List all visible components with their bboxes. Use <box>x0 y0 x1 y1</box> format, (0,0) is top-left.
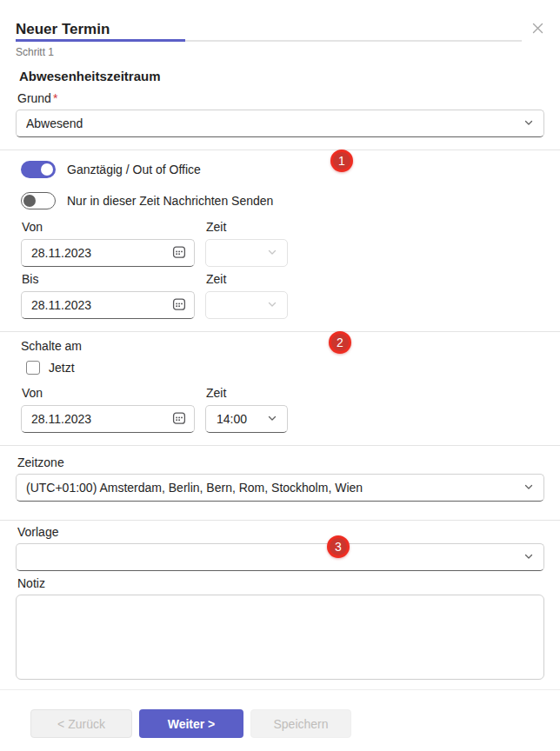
now-checkbox-row: Jetzt <box>26 360 544 376</box>
schedule-from-date-input[interactable] <box>31 412 144 426</box>
annotation-badge-3: 3 <box>327 535 350 558</box>
allday-toggle[interactable] <box>21 161 56 178</box>
chevron-down-icon <box>523 481 535 495</box>
chevron-down-icon <box>266 412 278 427</box>
now-checkbox-label: Jetzt <box>49 360 75 376</box>
from-time-label: Zeit <box>206 220 288 234</box>
toggle-knob <box>41 163 53 176</box>
reason-select[interactable]: Abwesend <box>16 110 544 137</box>
close-button[interactable] <box>529 21 546 38</box>
schedule-time-select[interactable]: 14:00 <box>205 405 288 433</box>
chevron-down-icon <box>523 116 535 131</box>
schedule-time-label: Zeit <box>206 386 288 400</box>
toggle-knob <box>23 195 36 207</box>
schedule-from-date-picker[interactable] <box>21 405 195 433</box>
new-appointment-dialog: Neuer Termin Schritt 1 Abwesenheitszeitr… <box>0 0 560 751</box>
chevron-down-icon <box>266 246 278 261</box>
calendar-icon[interactable] <box>171 410 187 429</box>
calendar-icon[interactable] <box>171 296 187 315</box>
absence-from-time-select <box>205 239 288 267</box>
absence-from-date-input[interactable] <box>31 246 144 260</box>
template-select[interactable] <box>16 543 544 571</box>
dialog-header: Neuer Termin Schritt 1 <box>0 0 560 58</box>
save-button[interactable]: Speichern <box>250 709 351 738</box>
to-label: Bis <box>22 272 195 286</box>
absence-to-date-input[interactable] <box>31 298 144 312</box>
page-title: Neuer Termin <box>16 21 544 38</box>
close-icon <box>530 21 545 38</box>
schedule-from-row: Von Zeit 14:00 <box>21 386 544 433</box>
chevron-down-icon <box>523 550 535 565</box>
back-button[interactable]: < Zurück <box>30 709 132 738</box>
absence-heading: Abwesenheitszeitraum <box>19 69 544 84</box>
divider <box>0 331 560 332</box>
timezone-label: Zeitzone <box>17 455 544 469</box>
absence-from-row: Von Zeit <box>21 220 544 267</box>
step-progress-fill <box>16 39 185 42</box>
from-label: Von <box>22 220 195 234</box>
note-label: Notiz <box>17 576 544 590</box>
absence-to-time-select <box>205 291 288 319</box>
calendar-icon[interactable] <box>171 244 187 263</box>
schedule-heading: Schalte am <box>21 339 544 353</box>
schedule-from-label: Von <box>22 386 195 400</box>
to-time-label: Zeit <box>206 272 288 286</box>
allday-toggle-row: Ganztägig / Out of Office <box>21 161 544 178</box>
allday-toggle-label: Ganztägig / Out of Office <box>67 161 201 178</box>
template-label: Vorlage <box>17 525 544 539</box>
dialog-content: Abwesenheitszeitraum Grund* Abwesend Gan… <box>0 69 560 682</box>
annotation-badge-1: 1 <box>330 150 353 172</box>
messages-toggle[interactable] <box>21 192 56 209</box>
absence-to-date-picker[interactable] <box>21 291 195 319</box>
note-textarea[interactable] <box>16 595 544 680</box>
divider <box>0 520 560 521</box>
reason-value: Abwesend <box>26 116 83 130</box>
step-progress-bar <box>16 40 522 42</box>
toggle-group: Ganztägig / Out of Office Nur in dieser … <box>21 161 544 209</box>
messages-toggle-row: Nur in dieser Zeit Nachrichten Senden <box>21 192 544 209</box>
divider <box>0 445 560 446</box>
dialog-footer: < Zurück Weiter > Speichern <box>0 690 560 738</box>
now-checkbox[interactable] <box>26 361 40 375</box>
divider <box>0 150 560 150</box>
annotation-badge-2: 2 <box>329 331 351 354</box>
timezone-select[interactable]: (UTC+01:00) Amsterdam, Berlin, Bern, Rom… <box>16 474 544 502</box>
messages-toggle-label: Nur in dieser Zeit Nachrichten Senden <box>67 192 273 209</box>
absence-from-date-picker[interactable] <box>21 239 195 267</box>
absence-to-row: Bis Zeit <box>21 272 544 319</box>
reason-label: Grund* <box>17 91 544 105</box>
required-marker: * <box>53 91 57 105</box>
step-label: Schritt 1 <box>16 46 544 58</box>
chevron-down-icon <box>266 298 278 313</box>
next-button[interactable]: Weiter > <box>139 709 243 738</box>
schedule-time-value: 14:00 <box>217 412 247 426</box>
timezone-value: (UTC+01:00) Amsterdam, Berlin, Bern, Rom… <box>26 481 363 495</box>
